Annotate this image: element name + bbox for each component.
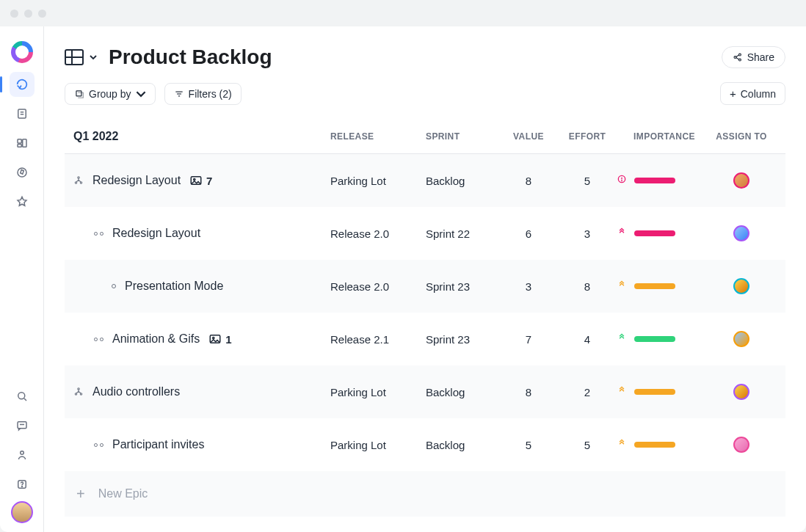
cell-sprint: Sprint 23 — [426, 280, 499, 293]
group-by-button[interactable]: Group by — [65, 83, 156, 105]
svg-point-23 — [78, 177, 79, 178]
share-label: Share — [747, 51, 774, 63]
column-effort: EFFORT — [558, 131, 617, 142]
nav-board-icon[interactable] — [10, 131, 35, 156]
svg-point-33 — [78, 388, 79, 390]
nav-refresh-icon[interactable] — [10, 72, 35, 97]
svg-point-32 — [213, 337, 214, 338]
assignee-avatar[interactable] — [733, 278, 749, 294]
row-name: Presentation Mode — [125, 280, 223, 293]
cell-release: Release 2.0 — [330, 280, 426, 293]
cell-sprint: Backlog — [426, 439, 499, 451]
column-importance: IMPORTANCE — [617, 131, 712, 142]
chevron-down-icon[interactable] — [90, 54, 97, 61]
cell-release: Release 2.0 — [330, 227, 426, 240]
row-name: Redesign Layout — [92, 174, 181, 187]
nav-team-icon[interactable] — [10, 442, 35, 467]
cell-effort: 2 — [558, 386, 617, 398]
group-title: Q1 2022 — [73, 130, 330, 143]
table-row[interactable]: Animation & Gifs 1 Release 2.1 Sprint 23… — [65, 313, 785, 365]
table-header: Q1 2022 RELEASE SPRINT VALUE EFFORT IMPO… — [65, 118, 785, 154]
cell-importance — [617, 174, 712, 187]
cell-release: Parking Lot — [330, 386, 426, 398]
children-icon — [94, 338, 104, 341]
share-icon — [733, 52, 743, 62]
children-icon — [94, 443, 104, 447]
assignee-avatar[interactable] — [733, 437, 749, 453]
importance-bar — [634, 442, 675, 448]
main-content: Product Backlog Share Group by Filters (… — [44, 26, 806, 532]
svg-point-25 — [80, 182, 81, 183]
svg-line-17 — [736, 55, 738, 57]
importance-bar — [634, 389, 675, 395]
window-minimize-icon[interactable] — [24, 10, 32, 18]
svg-line-18 — [736, 58, 738, 59]
row-name: Animation & Gifs — [112, 332, 200, 346]
filters-label: Filters (2) — [189, 88, 232, 100]
nav-notes-icon[interactable] — [10, 101, 35, 126]
cell-value: 5 — [499, 439, 558, 451]
table-row[interactable]: Presentation Mode Release 2.0 Sprint 23 … — [65, 260, 785, 313]
row-name: Redesign Layout — [112, 227, 200, 240]
nav-star-icon[interactable] — [10, 189, 35, 214]
table-row[interactable]: Redesign Layout 7 Parking Lot Backlog 8 … — [65, 154, 785, 207]
importance-medium-icon — [617, 438, 627, 451]
importance-high-icon — [617, 227, 627, 240]
cell-effort: 4 — [558, 333, 617, 346]
app-logo-icon[interactable] — [11, 41, 33, 63]
window-zoom-icon[interactable] — [38, 10, 46, 18]
cell-effort: 3 — [558, 227, 617, 240]
cell-release: Parking Lot — [330, 439, 426, 451]
table-row[interactable]: Participant invites Parking Lot Backlog … — [65, 418, 785, 471]
nav-chat-icon[interactable] — [10, 413, 35, 438]
importance-low-icon — [617, 332, 627, 346]
assignee-avatar[interactable] — [733, 331, 749, 347]
cell-effort: 5 — [558, 439, 617, 451]
window-close-icon[interactable] — [10, 10, 18, 18]
svg-point-34 — [75, 393, 76, 395]
nav-compass-icon[interactable] — [10, 160, 35, 185]
svg-point-13 — [21, 487, 22, 487]
new-epic-button[interactable]: + New Epic — [65, 471, 785, 517]
add-column-label: Column — [741, 88, 776, 100]
cell-value: 3 — [499, 280, 558, 293]
cell-value: 8 — [499, 175, 558, 187]
row-name-cell: Participant invites — [73, 438, 330, 451]
svg-point-7 — [18, 393, 24, 399]
row-name-cell: Redesign Layout 7 — [73, 174, 330, 187]
image-icon — [208, 332, 222, 346]
importance-critical-icon — [617, 174, 627, 187]
importance-medium-icon — [617, 385, 627, 398]
row-name: Audio controllers — [92, 385, 180, 398]
importance-bar — [634, 230, 675, 236]
chevron-down-icon — [136, 89, 146, 99]
user-avatar[interactable] — [11, 501, 33, 523]
cell-sprint: Sprint 23 — [426, 333, 499, 346]
cell-sprint: Backlog — [426, 386, 499, 398]
filters-button[interactable]: Filters (2) — [164, 83, 242, 105]
page-header: Product Backlog Share — [65, 45, 785, 69]
svg-rect-3 — [18, 139, 21, 143]
sidebar — [0, 26, 44, 532]
cell-importance — [617, 438, 712, 451]
nav-search-icon[interactable] — [10, 384, 35, 409]
table-row[interactable]: Audio controllers Parking Lot Backlog 8 … — [65, 365, 785, 418]
add-column-button[interactable]: + Column — [720, 82, 785, 105]
cell-importance — [617, 385, 712, 398]
plus-icon: + — [76, 486, 85, 503]
svg-point-35 — [80, 393, 81, 395]
nav-help-icon[interactable] — [10, 472, 35, 497]
svg-rect-19 — [76, 90, 81, 95]
view-table-icon[interactable] — [65, 49, 84, 65]
assignee-avatar[interactable] — [733, 384, 749, 400]
assignee-avatar[interactable] — [733, 172, 749, 189]
cell-value: 7 — [499, 333, 558, 346]
hierarchy-icon — [73, 387, 84, 397]
assignee-avatar[interactable] — [733, 225, 749, 241]
cell-sprint: Backlog — [426, 175, 499, 187]
share-button[interactable]: Share — [722, 46, 785, 68]
cell-effort: 5 — [558, 175, 617, 187]
table-row[interactable]: Redesign Layout Release 2.0 Sprint 22 6 … — [65, 207, 785, 260]
row-name-cell: Audio controllers — [73, 385, 330, 398]
row-name-cell: Redesign Layout — [73, 227, 330, 240]
